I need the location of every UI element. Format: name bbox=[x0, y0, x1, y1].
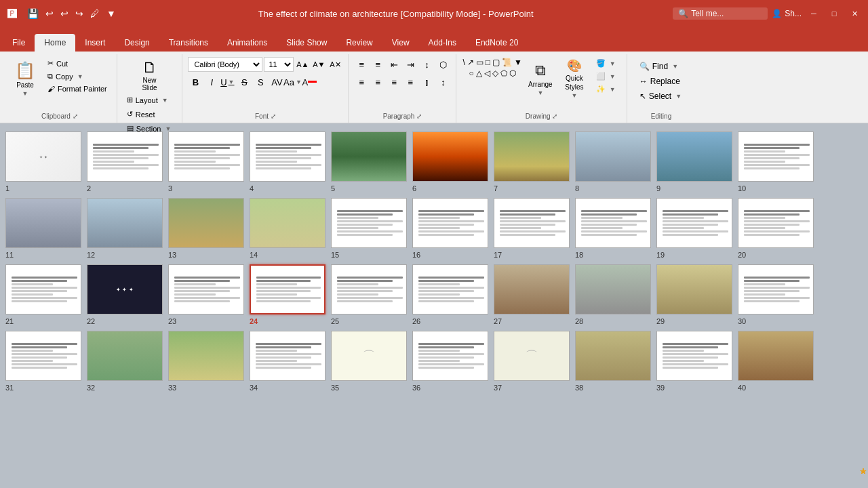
shape-outline-button[interactable]: ⬜ ▼ bbox=[592, 70, 621, 83]
slide-thumb-4[interactable] bbox=[250, 131, 326, 182]
slide-thumb-39[interactable] bbox=[656, 331, 732, 381]
increase-font-size[interactable]: A▲ bbox=[295, 57, 310, 72]
shape-effects-dropdown[interactable]: ▼ bbox=[608, 86, 617, 93]
shape-line[interactable]: \ bbox=[462, 57, 465, 68]
slide-item-30[interactable]: 30★ bbox=[738, 264, 814, 325]
find-button[interactable]: 🔍 Find ▼ bbox=[634, 60, 688, 73]
columns-button[interactable]: ⫿ bbox=[419, 75, 434, 89]
slide-item-36[interactable]: 36★ bbox=[412, 331, 488, 392]
slide-item-25[interactable]: 25★ bbox=[331, 264, 407, 325]
restore-button[interactable]: □ bbox=[826, 7, 842, 20]
shapes-more[interactable]: ▼ bbox=[513, 57, 523, 68]
clear-formatting[interactable]: A✕ bbox=[328, 57, 342, 72]
change-case-button[interactable]: Aa▼ bbox=[285, 75, 300, 89]
layout-button[interactable]: ⊞ Layout ▼ bbox=[123, 94, 177, 106]
slide-thumb-32[interactable] bbox=[87, 331, 163, 381]
slide-thumb-11[interactable] bbox=[5, 198, 81, 248]
slide-item-5[interactable]: 5★ bbox=[331, 131, 407, 192]
para-expand[interactable]: ⤢ bbox=[416, 113, 422, 120]
slide-thumb-40[interactable] bbox=[738, 331, 814, 381]
slide-item-15[interactable]: 15★ bbox=[331, 198, 407, 259]
shape-fill-button[interactable]: 🪣 ▼ bbox=[592, 57, 621, 70]
slide-thumb-8[interactable] bbox=[575, 131, 651, 182]
tab-transitions[interactable]: Transitions bbox=[159, 34, 218, 52]
tab-review[interactable]: Review bbox=[336, 34, 382, 52]
shape-fill-dropdown[interactable]: ▼ bbox=[608, 60, 617, 67]
convert-smartart-button[interactable]: ⬡ bbox=[435, 57, 450, 72]
shape-rtriangle[interactable]: ◁ bbox=[484, 68, 491, 79]
slide-thumb-13[interactable] bbox=[168, 198, 244, 248]
slide-item-34[interactable]: 34★ bbox=[250, 331, 326, 392]
paste-button[interactable]: 📋 Paste ▼ bbox=[8, 57, 42, 100]
shape-scroll[interactable]: 📜 bbox=[501, 57, 513, 68]
slide-thumb-31[interactable] bbox=[5, 331, 81, 381]
shape-rounded-rect[interactable]: ▢ bbox=[492, 57, 500, 68]
tab-insert[interactable]: Insert bbox=[75, 34, 115, 52]
minimize-button[interactable]: ─ bbox=[806, 7, 822, 20]
slide-item-20[interactable]: 20★ bbox=[738, 198, 814, 259]
slide-thumb-18[interactable] bbox=[575, 198, 651, 248]
slide-item-27[interactable]: 27★ bbox=[494, 264, 570, 325]
slide-thumb-29[interactable] bbox=[656, 264, 732, 314]
slide-item-10[interactable]: 10★ bbox=[738, 131, 814, 192]
shape-outline-dropdown[interactable]: ▼ bbox=[608, 73, 617, 80]
slide-thumb-34[interactable] bbox=[250, 331, 326, 381]
slide-item-3[interactable]: 3★ bbox=[168, 131, 244, 192]
slide-item-38[interactable]: 38★ bbox=[575, 331, 651, 392]
layout-dropdown[interactable]: ▼ bbox=[161, 97, 170, 104]
slide-item-16[interactable]: 16★ bbox=[412, 198, 488, 259]
slide-thumb-22[interactable]: ✦ ✦ ✦ bbox=[87, 264, 163, 314]
slide-thumb-6[interactable] bbox=[412, 131, 488, 182]
slide-item-28[interactable]: 28★ bbox=[575, 264, 651, 325]
tab-animations[interactable]: Animations bbox=[218, 34, 277, 52]
align-center-button[interactable]: ≡ bbox=[370, 75, 385, 89]
slide-item-40[interactable]: 40★ bbox=[738, 331, 814, 392]
slide-item-19[interactable]: 19★ bbox=[656, 198, 732, 259]
undo-dropdown[interactable]: ↩ bbox=[58, 7, 71, 20]
redo-button[interactable]: ↪ bbox=[73, 7, 86, 20]
slide-item-1[interactable]: ✦ ✦1★ bbox=[5, 131, 81, 192]
slide-thumb-1[interactable]: ✦ ✦ bbox=[5, 131, 81, 182]
slide-item-14[interactable]: 14★ bbox=[250, 198, 326, 259]
shape-oval[interactable]: ○ bbox=[468, 68, 474, 79]
slide-thumb-10[interactable] bbox=[738, 131, 814, 182]
replace-button[interactable]: ↔ Replace bbox=[634, 75, 688, 88]
tab-view[interactable]: View bbox=[382, 34, 419, 52]
tab-file[interactable]: File bbox=[3, 34, 35, 52]
slide-item-37[interactable]: ⌒37★ bbox=[494, 331, 570, 392]
text-direction-button[interactable]: ↕ bbox=[419, 57, 434, 72]
slide-thumb-19[interactable] bbox=[656, 198, 732, 248]
slide-item-26[interactable]: 26★ bbox=[412, 264, 488, 325]
numbered-list-button[interactable]: ≡ bbox=[370, 57, 385, 72]
clipboard-expand[interactable]: ⤢ bbox=[73, 113, 78, 120]
reset-button[interactable]: ↺ Reset bbox=[123, 108, 177, 121]
slide-thumb-14[interactable] bbox=[250, 198, 326, 248]
decrease-indent-button[interactable]: ⇤ bbox=[387, 57, 401, 72]
undo-button[interactable]: ↩ bbox=[43, 7, 56, 20]
slide-thumb-5[interactable] bbox=[331, 131, 407, 182]
line-spacing-button[interactable]: ↕ bbox=[435, 75, 450, 89]
select-dropdown[interactable]: ▼ bbox=[674, 93, 683, 100]
slide-item-39[interactable]: 39★ bbox=[656, 331, 732, 392]
copy-button[interactable]: ⧉ Copy ▼ bbox=[43, 70, 111, 83]
find-dropdown[interactable]: ▼ bbox=[671, 63, 679, 70]
slide-item-8[interactable]: 8★ bbox=[575, 131, 651, 192]
slide-item-23[interactable]: 23★ bbox=[168, 264, 244, 325]
slide-thumb-3[interactable] bbox=[168, 131, 244, 182]
justify-button[interactable]: ≡ bbox=[403, 75, 418, 89]
slide-item-32[interactable]: 32★ bbox=[87, 331, 163, 392]
quick-styles-button[interactable]: 🎨 Quick Styles ▼ bbox=[558, 57, 591, 100]
slide-item-4[interactable]: 4★ bbox=[250, 131, 326, 192]
slide-thumb-35[interactable]: ⌒ bbox=[331, 331, 407, 381]
underline-button[interactable]: U▼ bbox=[220, 75, 235, 89]
slide-thumb-37[interactable]: ⌒ bbox=[494, 331, 570, 381]
slide-thumb-23[interactable] bbox=[168, 264, 244, 314]
new-slide-button[interactable]: 🗋 New Slide bbox=[133, 56, 167, 94]
quick-styles-dropdown[interactable]: ▼ bbox=[570, 92, 578, 99]
slide-thumb-24[interactable] bbox=[250, 264, 326, 314]
customize-quick-access[interactable]: 🖊 bbox=[87, 7, 102, 20]
align-left-button[interactable]: ≡ bbox=[354, 75, 369, 89]
slide-thumb-2[interactable] bbox=[87, 131, 163, 182]
slide-item-12[interactable]: 12★ bbox=[87, 198, 163, 259]
font-size-select[interactable]: 11 bbox=[264, 57, 294, 72]
